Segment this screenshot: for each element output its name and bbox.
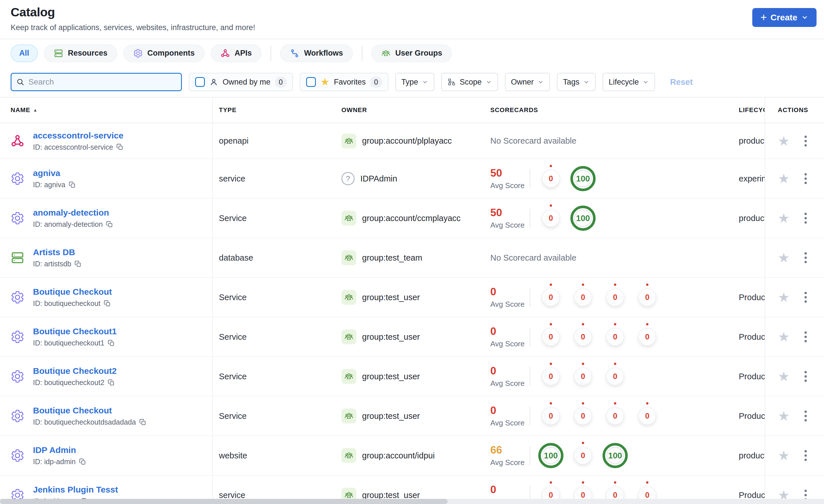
scorecard-score-circle[interactable]: 100 <box>603 443 628 468</box>
entity-id-text: ID: idp-admin <box>33 458 76 466</box>
tags-dropdown[interactable]: Tags <box>557 73 596 91</box>
copy-icon[interactable] <box>108 379 115 386</box>
row-menu-button[interactable] <box>803 369 809 384</box>
scope-dropdown[interactable]: Scope <box>441 73 498 91</box>
table-row[interactable]: Artists DBID: artistsdbdatabasegroup:tes… <box>0 238 824 278</box>
scorecard-score-circle[interactable]: 0 <box>606 407 624 425</box>
row-menu-button[interactable] <box>803 449 809 463</box>
favorite-star-button[interactable]: ★ <box>778 212 790 225</box>
table-row[interactable]: Boutique Checkout1ID: boutiquecheckout1S… <box>0 318 824 357</box>
favorite-star-button[interactable]: ★ <box>778 251 790 264</box>
entity-name-link[interactable]: Boutique Checkout1 <box>33 327 117 336</box>
entity-name-link[interactable]: Boutique Checkout <box>33 287 112 297</box>
table-row[interactable]: agnivaID: agnivaservice?IDPAdmin50Avg Sc… <box>0 159 824 199</box>
tab-resources[interactable]: Resources <box>44 44 117 62</box>
lifecycle-dropdown[interactable]: Lifecycle <box>603 73 655 91</box>
copy-icon[interactable] <box>139 418 146 426</box>
scorecard-score-circle[interactable]: 0 <box>638 288 656 306</box>
scorecard-score-circle[interactable]: 100 <box>571 206 596 231</box>
type-dropdown-label: Type <box>401 78 418 87</box>
owned-by-me-filter[interactable]: Owned by me 0 <box>189 73 293 91</box>
tab-all[interactable]: All <box>11 44 38 62</box>
horizontal-scrollbar-thumb[interactable] <box>0 499 447 504</box>
scorecards-cell: 0Avg Score000 <box>479 357 727 396</box>
owned-by-me-checkbox[interactable] <box>195 77 205 87</box>
entity-name-link[interactable]: Boutique Checkout2 <box>33 366 117 376</box>
row-menu-button[interactable] <box>803 171 809 186</box>
scorecard-score-circle[interactable]: 100 <box>538 443 563 468</box>
table-row[interactable]: anomaly-detectionID: anomaly-detectionSe… <box>0 199 824 238</box>
favorite-star-button[interactable]: ★ <box>778 330 790 344</box>
favorites-checkbox[interactable] <box>306 77 316 87</box>
scorecard-score-circle[interactable]: 0 <box>606 368 624 385</box>
entity-name-link[interactable]: accesscontrol-service <box>33 131 124 140</box>
table-row[interactable]: Boutique CheckoutID: boutiquecheckoutSer… <box>0 278 824 318</box>
scorecard-slot: 0 <box>535 368 567 385</box>
no-scorecard-text: No Scorecard available <box>490 136 577 146</box>
service-gear-icon <box>10 369 25 384</box>
copy-icon[interactable] <box>106 221 113 228</box>
scorecard-score-circle[interactable]: 0 <box>542 328 560 346</box>
type-dropdown[interactable]: Type <box>395 73 435 91</box>
scorecard-score-circle[interactable]: 0 <box>574 447 592 465</box>
scorecard-score-circle[interactable]: 0 <box>574 328 592 346</box>
kebab-dot <box>805 144 807 146</box>
row-menu-button[interactable] <box>803 290 809 304</box>
tab-components[interactable]: Components <box>123 44 205 62</box>
owner-value: group:test_team <box>362 253 422 263</box>
tab-workflows[interactable]: Workflows <box>280 44 353 62</box>
row-menu-button[interactable] <box>803 409 809 423</box>
favorite-star-button[interactable]: ★ <box>778 370 790 383</box>
horizontal-scrollbar-track[interactable] <box>0 499 824 504</box>
favorite-star-button[interactable]: ★ <box>778 449 790 462</box>
chevron-down-icon <box>642 79 649 86</box>
scorecard-score-circle[interactable]: 0 <box>606 288 624 306</box>
favorites-filter[interactable]: ★ Favorites 0 <box>300 73 388 91</box>
scorecard-score-circle[interactable]: 100 <box>571 166 596 191</box>
scorecard-score-circle[interactable]: 0 <box>542 170 560 187</box>
tab-user-groups[interactable]: User Groups <box>371 44 452 62</box>
entity-name-link[interactable]: anomaly-detection <box>33 208 113 218</box>
scorecard-slot: 0 <box>567 328 599 346</box>
reset-filters-link[interactable]: Reset <box>670 78 693 87</box>
copy-icon[interactable] <box>116 143 124 151</box>
copy-icon[interactable] <box>69 181 76 188</box>
entity-name-link[interactable]: IDP Admin <box>33 445 86 455</box>
scorecard-score-circle[interactable]: 0 <box>542 288 560 306</box>
copy-icon[interactable] <box>79 458 86 466</box>
scorecard-score-circle[interactable]: 0 <box>574 368 592 385</box>
search-input[interactable] <box>28 78 177 87</box>
favorite-star-button[interactable]: ★ <box>778 409 790 422</box>
table-row[interactable]: IDP AdminID: idp-adminwebsitegroup:accou… <box>0 436 824 476</box>
scorecard-score-circle[interactable]: 0 <box>574 407 592 425</box>
owner-dropdown[interactable]: Owner <box>505 73 550 91</box>
scorecard-score-circle[interactable]: 0 <box>542 368 560 385</box>
name-stack: anomaly-detectionID: anomaly-detection <box>33 208 113 229</box>
favorite-star-button[interactable]: ★ <box>778 172 790 185</box>
column-header-name[interactable]: NAME ▲ <box>0 98 213 123</box>
entity-name-link[interactable]: Jenkins Plugin Tesst <box>33 485 118 495</box>
favorite-star-button[interactable]: ★ <box>778 291 790 304</box>
row-menu-button[interactable] <box>803 134 809 148</box>
copy-icon[interactable] <box>74 260 82 268</box>
row-menu-button[interactable] <box>803 330 809 344</box>
row-menu-button[interactable] <box>803 251 809 265</box>
copy-icon[interactable] <box>104 300 111 307</box>
scorecard-score-circle[interactable]: 0 <box>638 407 656 425</box>
entity-name-link[interactable]: agniva <box>33 168 76 178</box>
tab-apis[interactable]: APIs <box>211 44 262 62</box>
scorecard-score-circle[interactable]: 0 <box>574 288 592 306</box>
create-button[interactable]: + Create <box>752 8 817 27</box>
favorite-star-button[interactable]: ★ <box>778 134 790 148</box>
scorecard-score-circle[interactable]: 0 <box>542 209 560 227</box>
scorecard-score-circle[interactable]: 0 <box>638 328 656 346</box>
table-row[interactable]: accesscontrol-serviceID: accesscontrol-s… <box>0 123 824 159</box>
scorecard-score-circle[interactable]: 0 <box>542 407 560 425</box>
entity-name-link[interactable]: Boutique Checkout <box>33 406 146 415</box>
row-menu-button[interactable] <box>803 211 809 225</box>
scorecard-score-circle[interactable]: 0 <box>606 328 624 346</box>
copy-icon[interactable] <box>108 340 115 347</box>
table-row[interactable]: Boutique Checkout2ID: boutiquecheckout2S… <box>0 357 824 396</box>
entity-name-link[interactable]: Artists DB <box>33 247 82 257</box>
table-row[interactable]: Boutique CheckoutID: boutiquecheckoutdsa… <box>0 396 824 436</box>
